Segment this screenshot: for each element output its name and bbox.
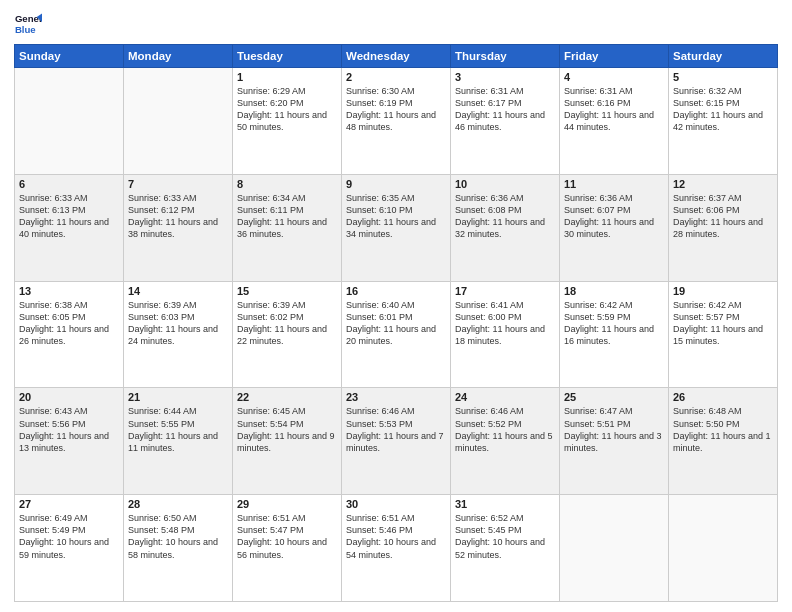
- day-number: 2: [346, 71, 446, 83]
- day-number: 9: [346, 178, 446, 190]
- day-number: 17: [455, 285, 555, 297]
- calendar-cell: 30Sunrise: 6:51 AM Sunset: 5:46 PM Dayli…: [342, 495, 451, 602]
- day-number: 14: [128, 285, 228, 297]
- calendar-table: SundayMondayTuesdayWednesdayThursdayFrid…: [14, 44, 778, 602]
- cell-info: Sunrise: 6:38 AM Sunset: 6:05 PM Dayligh…: [19, 299, 119, 348]
- calendar-cell: 16Sunrise: 6:40 AM Sunset: 6:01 PM Dayli…: [342, 281, 451, 388]
- cell-info: Sunrise: 6:31 AM Sunset: 6:17 PM Dayligh…: [455, 85, 555, 134]
- weekday-header-row: SundayMondayTuesdayWednesdayThursdayFrid…: [15, 45, 778, 68]
- calendar-cell: 2Sunrise: 6:30 AM Sunset: 6:19 PM Daylig…: [342, 68, 451, 175]
- svg-text:General: General: [15, 13, 42, 24]
- calendar-cell: 15Sunrise: 6:39 AM Sunset: 6:02 PM Dayli…: [233, 281, 342, 388]
- calendar-cell: 11Sunrise: 6:36 AM Sunset: 6:07 PM Dayli…: [560, 174, 669, 281]
- calendar-cell: 25Sunrise: 6:47 AM Sunset: 5:51 PM Dayli…: [560, 388, 669, 495]
- calendar-week-1: 6Sunrise: 6:33 AM Sunset: 6:13 PM Daylig…: [15, 174, 778, 281]
- weekday-friday: Friday: [560, 45, 669, 68]
- day-number: 8: [237, 178, 337, 190]
- day-number: 4: [564, 71, 664, 83]
- day-number: 24: [455, 391, 555, 403]
- calendar-cell: 12Sunrise: 6:37 AM Sunset: 6:06 PM Dayli…: [669, 174, 778, 281]
- header: General Blue: [14, 10, 778, 38]
- calendar-cell: 10Sunrise: 6:36 AM Sunset: 6:08 PM Dayli…: [451, 174, 560, 281]
- cell-info: Sunrise: 6:34 AM Sunset: 6:11 PM Dayligh…: [237, 192, 337, 241]
- calendar-cell: 22Sunrise: 6:45 AM Sunset: 5:54 PM Dayli…: [233, 388, 342, 495]
- day-number: 30: [346, 498, 446, 510]
- calendar-page: General Blue SundayMondayTuesdayWednesda…: [0, 0, 792, 612]
- logo-icon: General Blue: [14, 10, 42, 38]
- day-number: 29: [237, 498, 337, 510]
- calendar-cell: 24Sunrise: 6:46 AM Sunset: 5:52 PM Dayli…: [451, 388, 560, 495]
- cell-info: Sunrise: 6:39 AM Sunset: 6:02 PM Dayligh…: [237, 299, 337, 348]
- day-number: 7: [128, 178, 228, 190]
- calendar-cell: 14Sunrise: 6:39 AM Sunset: 6:03 PM Dayli…: [124, 281, 233, 388]
- cell-info: Sunrise: 6:45 AM Sunset: 5:54 PM Dayligh…: [237, 405, 337, 454]
- cell-info: Sunrise: 6:40 AM Sunset: 6:01 PM Dayligh…: [346, 299, 446, 348]
- cell-info: Sunrise: 6:33 AM Sunset: 6:13 PM Dayligh…: [19, 192, 119, 241]
- cell-info: Sunrise: 6:50 AM Sunset: 5:48 PM Dayligh…: [128, 512, 228, 561]
- cell-info: Sunrise: 6:31 AM Sunset: 6:16 PM Dayligh…: [564, 85, 664, 134]
- cell-info: Sunrise: 6:46 AM Sunset: 5:53 PM Dayligh…: [346, 405, 446, 454]
- day-number: 23: [346, 391, 446, 403]
- day-number: 25: [564, 391, 664, 403]
- day-number: 13: [19, 285, 119, 297]
- cell-info: Sunrise: 6:42 AM Sunset: 5:59 PM Dayligh…: [564, 299, 664, 348]
- calendar-cell: 18Sunrise: 6:42 AM Sunset: 5:59 PM Dayli…: [560, 281, 669, 388]
- calendar-cell: [15, 68, 124, 175]
- calendar-cell: 4Sunrise: 6:31 AM Sunset: 6:16 PM Daylig…: [560, 68, 669, 175]
- day-number: 15: [237, 285, 337, 297]
- cell-info: Sunrise: 6:32 AM Sunset: 6:15 PM Dayligh…: [673, 85, 773, 134]
- day-number: 19: [673, 285, 773, 297]
- weekday-thursday: Thursday: [451, 45, 560, 68]
- calendar-week-3: 20Sunrise: 6:43 AM Sunset: 5:56 PM Dayli…: [15, 388, 778, 495]
- weekday-monday: Monday: [124, 45, 233, 68]
- calendar-cell: [124, 68, 233, 175]
- calendar-cell: 6Sunrise: 6:33 AM Sunset: 6:13 PM Daylig…: [15, 174, 124, 281]
- cell-info: Sunrise: 6:42 AM Sunset: 5:57 PM Dayligh…: [673, 299, 773, 348]
- calendar-cell: 28Sunrise: 6:50 AM Sunset: 5:48 PM Dayli…: [124, 495, 233, 602]
- day-number: 10: [455, 178, 555, 190]
- calendar-cell: 8Sunrise: 6:34 AM Sunset: 6:11 PM Daylig…: [233, 174, 342, 281]
- calendar-week-2: 13Sunrise: 6:38 AM Sunset: 6:05 PM Dayli…: [15, 281, 778, 388]
- calendar-cell: 20Sunrise: 6:43 AM Sunset: 5:56 PM Dayli…: [15, 388, 124, 495]
- cell-info: Sunrise: 6:29 AM Sunset: 6:20 PM Dayligh…: [237, 85, 337, 134]
- day-number: 26: [673, 391, 773, 403]
- day-number: 20: [19, 391, 119, 403]
- calendar-cell: 1Sunrise: 6:29 AM Sunset: 6:20 PM Daylig…: [233, 68, 342, 175]
- cell-info: Sunrise: 6:52 AM Sunset: 5:45 PM Dayligh…: [455, 512, 555, 561]
- calendar-cell: 5Sunrise: 6:32 AM Sunset: 6:15 PM Daylig…: [669, 68, 778, 175]
- calendar-cell: 13Sunrise: 6:38 AM Sunset: 6:05 PM Dayli…: [15, 281, 124, 388]
- calendar-cell: 3Sunrise: 6:31 AM Sunset: 6:17 PM Daylig…: [451, 68, 560, 175]
- svg-text:Blue: Blue: [15, 24, 36, 35]
- calendar-cell: 31Sunrise: 6:52 AM Sunset: 5:45 PM Dayli…: [451, 495, 560, 602]
- cell-info: Sunrise: 6:35 AM Sunset: 6:10 PM Dayligh…: [346, 192, 446, 241]
- calendar-body: 1Sunrise: 6:29 AM Sunset: 6:20 PM Daylig…: [15, 68, 778, 602]
- cell-info: Sunrise: 6:44 AM Sunset: 5:55 PM Dayligh…: [128, 405, 228, 454]
- weekday-tuesday: Tuesday: [233, 45, 342, 68]
- cell-info: Sunrise: 6:33 AM Sunset: 6:12 PM Dayligh…: [128, 192, 228, 241]
- day-number: 28: [128, 498, 228, 510]
- cell-info: Sunrise: 6:51 AM Sunset: 5:46 PM Dayligh…: [346, 512, 446, 561]
- calendar-cell: 27Sunrise: 6:49 AM Sunset: 5:49 PM Dayli…: [15, 495, 124, 602]
- weekday-sunday: Sunday: [15, 45, 124, 68]
- calendar-cell: 21Sunrise: 6:44 AM Sunset: 5:55 PM Dayli…: [124, 388, 233, 495]
- day-number: 3: [455, 71, 555, 83]
- cell-info: Sunrise: 6:46 AM Sunset: 5:52 PM Dayligh…: [455, 405, 555, 454]
- cell-info: Sunrise: 6:36 AM Sunset: 6:08 PM Dayligh…: [455, 192, 555, 241]
- calendar-cell: 7Sunrise: 6:33 AM Sunset: 6:12 PM Daylig…: [124, 174, 233, 281]
- calendar-cell: [669, 495, 778, 602]
- calendar-week-0: 1Sunrise: 6:29 AM Sunset: 6:20 PM Daylig…: [15, 68, 778, 175]
- day-number: 27: [19, 498, 119, 510]
- cell-info: Sunrise: 6:48 AM Sunset: 5:50 PM Dayligh…: [673, 405, 773, 454]
- logo: General Blue: [14, 10, 42, 38]
- cell-info: Sunrise: 6:39 AM Sunset: 6:03 PM Dayligh…: [128, 299, 228, 348]
- cell-info: Sunrise: 6:30 AM Sunset: 6:19 PM Dayligh…: [346, 85, 446, 134]
- cell-info: Sunrise: 6:41 AM Sunset: 6:00 PM Dayligh…: [455, 299, 555, 348]
- cell-info: Sunrise: 6:51 AM Sunset: 5:47 PM Dayligh…: [237, 512, 337, 561]
- day-number: 22: [237, 391, 337, 403]
- calendar-cell: 9Sunrise: 6:35 AM Sunset: 6:10 PM Daylig…: [342, 174, 451, 281]
- cell-info: Sunrise: 6:47 AM Sunset: 5:51 PM Dayligh…: [564, 405, 664, 454]
- calendar-cell: 19Sunrise: 6:42 AM Sunset: 5:57 PM Dayli…: [669, 281, 778, 388]
- day-number: 31: [455, 498, 555, 510]
- day-number: 21: [128, 391, 228, 403]
- day-number: 18: [564, 285, 664, 297]
